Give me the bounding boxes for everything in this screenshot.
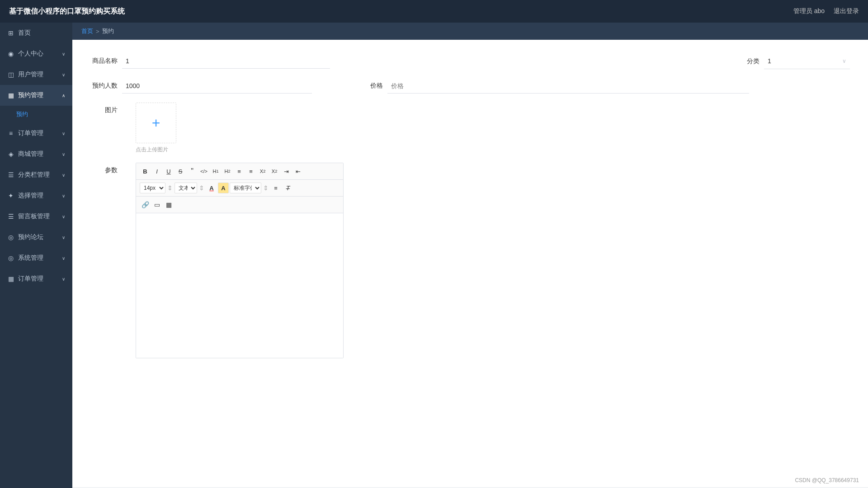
breadcrumb-current: 预约 <box>102 27 114 35</box>
superscript-button[interactable]: X2 <box>269 166 280 177</box>
main-content: 首页 > 预约 商品名称 分类 1 2 3 <box>72 23 868 488</box>
sidebar-item-label: 订单管理 <box>18 275 43 283</box>
subscript-button[interactable]: X2 <box>257 166 268 177</box>
indent-button[interactable]: ⇥ <box>281 166 292 177</box>
outdent-button[interactable]: ⇤ <box>292 166 303 177</box>
ordered-list-button[interactable]: ≡ <box>234 166 245 177</box>
chevron-down-icon: ∨ <box>62 131 65 136</box>
editor-toolbar-row2: 14px 12px 16px 18px 24px ⇕ 文本 ⇕ A A <box>136 180 343 197</box>
strikethrough-button[interactable]: S <box>175 166 186 177</box>
form-area: 商品名称 分类 1 2 3 ∨ <box>72 40 868 487</box>
sidebar-item-label: 首页 <box>18 29 31 37</box>
sidebar-item-category-mgmt[interactable]: ☰ 分类栏管理 ∨ <box>0 164 72 185</box>
chevron-down-icon: ∨ <box>62 72 65 77</box>
sidebar-item-label: 用户管理 <box>18 70 43 79</box>
rich-text-editor: B I U S " </> H1 H2 ≡ ≡ X2 X2 ⇥ ⇤ <box>136 163 344 358</box>
price-group: 价格 <box>356 78 850 94</box>
sidebar-item-system-mgmt[interactable]: ◎ 系统管理 ∨ <box>0 248 72 268</box>
choice-icon: ✦ <box>7 192 14 199</box>
editor-toolbar-row1: B I U S " </> H1 H2 ≡ ≡ X2 X2 ⇥ ⇤ <box>136 163 343 180</box>
sidebar-sub-item-label: 预约 <box>16 111 28 117</box>
sidebar-item-label: 选择管理 <box>18 192 43 200</box>
breadcrumb-home[interactable]: 首页 <box>81 27 93 35</box>
product-name-label: 商品名称 <box>90 57 118 65</box>
product-name-input[interactable] <box>122 53 330 69</box>
image-upload-button[interactable]: + <box>136 103 176 143</box>
form-row-image: 图片 + 点击上传图片 <box>90 103 850 154</box>
format-select[interactable]: 文本 <box>175 183 197 193</box>
chevron-down-icon: ∨ <box>62 256 65 261</box>
params-label: 参数 <box>90 163 118 174</box>
font-color-button[interactable]: A <box>206 183 217 193</box>
editor-body[interactable] <box>136 213 343 358</box>
chevron-down-icon: ∨ <box>62 173 65 178</box>
reservation-count-group: 预约人数 <box>90 78 338 94</box>
price-label: 价格 <box>356 82 383 90</box>
clear-format-button[interactable]: T̶ <box>282 183 293 193</box>
underline-button[interactable]: U <box>163 166 174 177</box>
h2-button[interactable]: H2 <box>222 166 233 177</box>
app-title: 基于微信小程序的口罩预约购买系统 <box>9 7 125 16</box>
font-family-select[interactable]: 标准字体 <box>230 183 261 193</box>
sidebar-item-label: 预约论坛 <box>18 233 43 241</box>
unordered-list-button[interactable]: ≡ <box>245 166 256 177</box>
chevron-down-icon: ∨ <box>62 193 65 198</box>
sidebar-item-label: 订单管理 <box>18 129 43 137</box>
italic-button[interactable]: I <box>151 166 162 177</box>
sidebar-item-reservation-mgmt[interactable]: ▦ 预约管理 ∧ <box>0 85 72 106</box>
form-row-params: 参数 B I U S " </> H1 H2 ≡ ≡ X2 <box>90 163 850 358</box>
sidebar-item-home[interactable]: ⊞ 首页 <box>0 23 72 43</box>
table-button[interactable]: ▦ <box>163 199 174 210</box>
sidebar-item-label: 预约管理 <box>18 91 43 99</box>
image-upload-hint: 点击上传图片 <box>136 146 176 154</box>
chevron-down-icon: ∨ <box>62 277 65 282</box>
breadcrumb-separator: > <box>96 28 99 35</box>
editor-toolbar-row3: 🔗 ▭ ▦ <box>136 197 343 213</box>
image-button[interactable]: ▭ <box>151 199 162 210</box>
chevron-down-icon: ∨ <box>62 52 65 56</box>
h1-button[interactable]: H1 <box>210 166 221 177</box>
sidebar: ⊞ 首页 ◉ 个人中心 ∨ ◫ 用户管理 ∨ ▦ 预约管理 ∧ 预约 ≡ 订单管… <box>0 23 72 488</box>
sidebar-item-shop-mgmt[interactable]: ◈ 商城管理 ∨ <box>0 144 72 164</box>
product-name-group: 商品名称 <box>90 53 714 69</box>
plus-icon: + <box>152 115 160 131</box>
sidebar-item-forum-mgmt[interactable]: ◎ 预约论坛 ∨ <box>0 227 72 248</box>
bold-button[interactable]: B <box>140 166 151 177</box>
order-icon: ≡ <box>7 130 14 137</box>
users-icon: ◫ <box>7 71 14 78</box>
form-row-2: 预约人数 价格 <box>90 78 850 94</box>
sidebar-item-choice-mgmt[interactable]: ✦ 选择管理 ∨ <box>0 185 72 206</box>
sidebar-item-label: 留言板管理 <box>18 212 50 221</box>
message-icon: ☰ <box>7 213 14 220</box>
forum-icon: ◎ <box>7 234 14 241</box>
category-select-wrapper: 1 2 3 ∨ <box>764 53 850 69</box>
sidebar-item-label: 个人中心 <box>18 50 43 58</box>
system-icon: ◎ <box>7 254 14 262</box>
person-icon: ◉ <box>7 50 14 57</box>
category-group: 分类 1 2 3 ∨ <box>732 53 850 69</box>
sidebar-subitem-reservation[interactable]: 预约 <box>0 106 72 123</box>
code-button[interactable]: </> <box>198 166 209 177</box>
sidebar-item-order-mgmt2[interactable]: ▦ 订单管理 ∨ <box>0 268 72 289</box>
size-arrow-icon: ⇕ <box>167 184 173 192</box>
home-icon: ⊞ <box>7 29 14 37</box>
chevron-down-icon: ∨ <box>62 214 65 219</box>
image-upload-area: + 点击上传图片 <box>136 103 176 154</box>
blockquote-button[interactable]: " <box>187 166 198 177</box>
category-select[interactable]: 1 2 3 <box>764 53 850 69</box>
sidebar-item-message-mgmt[interactable]: ☰ 留言板管理 ∨ <box>0 206 72 227</box>
link-button[interactable]: 🔗 <box>140 199 151 210</box>
form-row-1: 商品名称 分类 1 2 3 ∨ <box>90 53 850 69</box>
sidebar-item-order-mgmt[interactable]: ≡ 订单管理 ∨ <box>0 123 72 144</box>
align-button[interactable]: ≡ <box>270 183 281 193</box>
reservation-count-input[interactable] <box>122 78 312 94</box>
font-family-arrow-icon: ⇕ <box>263 184 269 192</box>
sidebar-item-personal[interactable]: ◉ 个人中心 ∨ <box>0 43 72 64</box>
font-size-select[interactable]: 14px 12px 16px 18px 24px <box>140 183 165 193</box>
chevron-down-icon: ∨ <box>62 152 65 157</box>
shop-icon: ◈ <box>7 150 14 158</box>
sidebar-item-user-mgmt[interactable]: ◫ 用户管理 ∨ <box>0 64 72 85</box>
price-input[interactable] <box>387 78 749 94</box>
font-bgcolor-button[interactable]: A <box>218 183 229 193</box>
logout-button[interactable]: 退出登录 <box>834 7 859 15</box>
